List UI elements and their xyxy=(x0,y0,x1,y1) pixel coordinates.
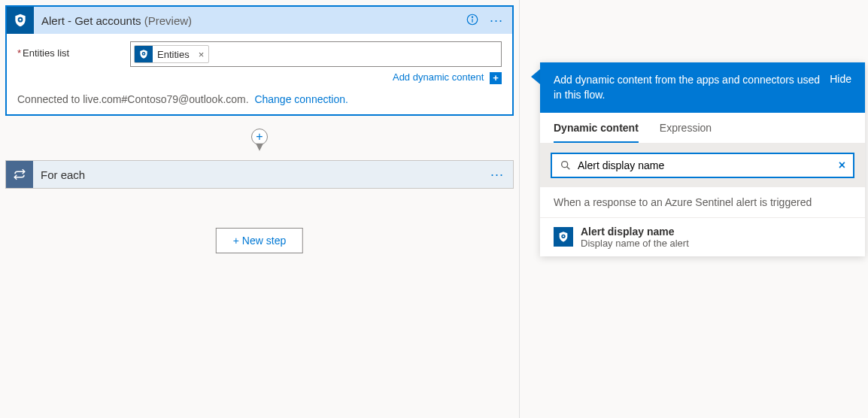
svg-line-8 xyxy=(567,167,570,170)
svg-point-10 xyxy=(563,235,564,237)
hide-panel-link[interactable]: Hide xyxy=(830,73,851,85)
panel-callout-arrow xyxy=(531,69,540,84)
arrow-down-icon: ▾ xyxy=(256,143,263,149)
sentinel-icon xyxy=(7,7,34,34)
add-dynamic-content-link[interactable]: Add dynamic content xyxy=(393,71,484,83)
token-label: Entities xyxy=(153,49,194,60)
sentinel-icon xyxy=(135,45,153,63)
svg-point-6 xyxy=(143,53,144,54)
entities-token: Entities × xyxy=(134,45,209,63)
info-icon[interactable] xyxy=(466,13,479,29)
new-step-button[interactable]: + New step xyxy=(216,228,303,253)
add-dynamic-plus-icon[interactable]: + xyxy=(490,72,502,84)
sentinel-icon xyxy=(554,227,573,247)
for-each-title: For each xyxy=(33,168,490,181)
alert-card-title: Alert - Get accounts (Preview) xyxy=(34,14,466,27)
dynamic-content-panel: Add dynamic content from the apps and co… xyxy=(540,62,865,256)
more-icon[interactable]: ··· xyxy=(490,167,513,183)
connection-footer: Connected to live.com#Contoso79@outlook.… xyxy=(7,89,512,114)
tab-dynamic-content[interactable]: Dynamic content xyxy=(554,113,639,143)
alert-card-header[interactable]: Alert - Get accounts (Preview) ··· xyxy=(7,7,512,34)
remove-token-icon[interactable]: × xyxy=(194,49,209,60)
entities-list-input[interactable]: Entities × xyxy=(130,41,502,67)
dynamic-content-item[interactable]: Alert display name Display name of the a… xyxy=(540,218,865,256)
svg-point-7 xyxy=(562,162,568,168)
loop-icon xyxy=(6,161,33,188)
step-connector: + ▾ xyxy=(248,126,271,149)
more-icon[interactable]: ··· xyxy=(490,13,503,29)
change-connection-link[interactable]: Change connection. xyxy=(254,93,348,105)
alert-get-accounts-card: Alert - Get accounts (Preview) ··· *Enti… xyxy=(5,5,514,116)
for-each-header[interactable]: For each ··· xyxy=(6,161,513,188)
search-input[interactable] xyxy=(572,159,839,171)
clear-search-icon[interactable]: × xyxy=(839,159,845,172)
search-box: × xyxy=(551,153,854,178)
svg-point-4 xyxy=(472,17,472,17)
trigger-section-label: When a response to an Azure Sentinel ale… xyxy=(540,187,865,218)
panel-header-text: Add dynamic content from the apps and co… xyxy=(554,73,830,102)
search-icon xyxy=(560,159,572,171)
entities-list-label: *Entities list xyxy=(17,41,130,59)
svg-point-1 xyxy=(20,19,22,21)
item-subtitle: Display name of the alert xyxy=(581,238,689,249)
for-each-card: For each ··· xyxy=(5,160,514,189)
item-title: Alert display name xyxy=(581,226,689,238)
tab-expression[interactable]: Expression xyxy=(660,113,712,143)
